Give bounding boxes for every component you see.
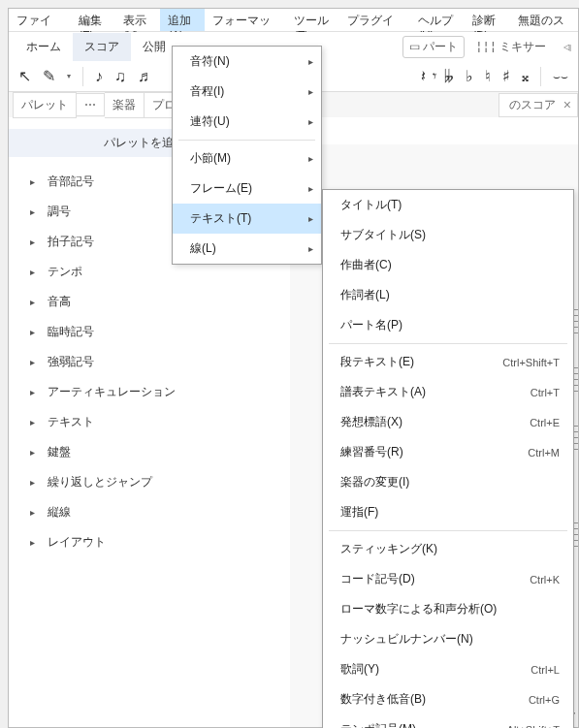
double-flat-icon[interactable]: 𝄫: [444, 68, 454, 85]
menu-item-label: 作詞者(L): [340, 287, 560, 303]
double-sharp-icon[interactable]: 𝄪: [522, 68, 529, 85]
menu-item[interactable]: テキスト(T)▸: [173, 204, 321, 234]
palette-item[interactable]: ▸音高: [18, 287, 280, 317]
menu-item[interactable]: 数字付き低音(B)Ctrl+G: [323, 684, 573, 714]
palette-item-label: 音部記号: [48, 174, 94, 190]
chevron-right-icon: ▸: [30, 477, 40, 488]
menu-edit[interactable]: 編集(E): [71, 9, 115, 31]
close-icon[interactable]: ×: [563, 97, 571, 112]
palette-item[interactable]: ▸アーティキュレーション: [18, 377, 280, 407]
chevron-right-icon: ▸: [30, 537, 40, 548]
menu-separator: [329, 530, 567, 531]
menu-item[interactable]: タイトル(T): [323, 190, 573, 220]
add-dropdown-menu: 音符(N)▸音程(I)▸連符(U)▸小節(M)▸フレーム(E)▸テキスト(T)▸…: [172, 46, 322, 265]
menu-shortcut: Alt+Shift+T: [507, 724, 560, 729]
menu-item[interactable]: 段テキスト(E)Ctrl+Shift+T: [323, 347, 573, 377]
palette-item[interactable]: ▸レイアウト: [18, 527, 280, 557]
menu-item[interactable]: 譜表テキスト(A)Ctrl+T: [323, 377, 573, 407]
menu-item[interactable]: 歌詞(Y)Ctrl+L: [323, 654, 573, 684]
tab-home[interactable]: ホーム: [15, 33, 73, 61]
palette-item[interactable]: ▸強弱記号: [18, 347, 280, 377]
palette-item-label: 拍子記号: [48, 234, 94, 250]
menu-item[interactable]: スティッキング(K): [323, 534, 573, 564]
menu-item[interactable]: 運指(F): [323, 497, 573, 527]
menu-item[interactable]: 楽器の変更(I): [323, 467, 573, 497]
palette-item-label: 繰り返しとジャンプ: [48, 474, 152, 491]
menu-item[interactable]: 連符(U)▸: [173, 107, 321, 137]
menu-item-label: 運指(F): [340, 504, 560, 521]
note-duration-2-icon[interactable]: ♫: [114, 68, 126, 85]
menu-file[interactable]: ファイル(F): [9, 9, 71, 31]
menu-item-label: 段テキスト(E): [340, 354, 502, 370]
menu-plugin[interactable]: プラグイン(P): [339, 9, 410, 31]
chevron-right-icon: ▸: [30, 297, 40, 307]
tab-publish[interactable]: 公開: [131, 33, 177, 61]
menu-item[interactable]: 音符(N)▸: [173, 47, 321, 77]
note-duration-3-icon[interactable]: ♬: [138, 68, 149, 85]
menu-add[interactable]: 追加(A): [160, 9, 205, 31]
dropdown-caret-icon[interactable]: ▾: [67, 72, 71, 80]
palette-item[interactable]: ▸テキスト: [18, 407, 280, 437]
menu-item[interactable]: 発想標語(X)Ctrl+E: [323, 407, 573, 437]
menu-view[interactable]: 表示(V): [115, 9, 160, 31]
flat-icon[interactable]: ♭: [466, 67, 473, 85]
mixer-button[interactable]: ¦¦¦ ミキサー: [468, 36, 553, 58]
menu-item[interactable]: テンポ記号(M)Alt+Shift+T: [323, 714, 573, 728]
menu-item-label: 音程(I): [190, 83, 307, 100]
palette-item[interactable]: ▸縦線: [18, 497, 280, 527]
menu-item[interactable]: ナッシュビルナンバー(N): [323, 624, 573, 654]
menu-help[interactable]: ヘルプ(H): [410, 9, 465, 31]
menu-item-label: 練習番号(R): [340, 444, 528, 460]
menu-item-label: パート名(P): [340, 317, 560, 333]
menu-item-label: 歌詞(Y): [340, 661, 531, 678]
menu-item[interactable]: パート名(P): [323, 310, 573, 340]
menu-shortcut: Ctrl+K: [530, 574, 560, 586]
menu-item[interactable]: サブタイトル(S): [323, 220, 573, 250]
menu-item[interactable]: 作曲者(C): [323, 250, 573, 280]
sub-tab-more[interactable]: ⋯: [77, 93, 105, 116]
title-untitled: 無題のスコア: [510, 9, 578, 31]
document-tab-label: のスコア: [509, 97, 556, 113]
menu-separator: [178, 140, 315, 141]
sharp-icon[interactable]: ♯: [502, 67, 510, 85]
submenu-arrow-icon: ▸: [308, 86, 313, 97]
chevron-right-icon: ▸: [30, 237, 40, 247]
palette-item-label: テンポ: [48, 264, 82, 280]
tab-score[interactable]: スコア: [73, 33, 131, 61]
chevron-right-icon: ▸: [30, 507, 40, 518]
menu-item[interactable]: フレーム(E)▸: [173, 174, 321, 204]
menu-format[interactable]: フォーマット(O): [205, 9, 285, 31]
menu-diagnostics[interactable]: 診断(D): [465, 9, 510, 31]
chevron-right-icon: ▸: [30, 327, 40, 337]
chevron-right-icon: ▸: [30, 206, 40, 217]
palette-item[interactable]: ▸繰り返しとジャンプ: [18, 467, 280, 497]
pencil-icon[interactable]: ✎: [43, 67, 55, 85]
menu-item[interactable]: 小節(M)▸: [173, 143, 321, 174]
chevron-right-icon: ▸: [30, 267, 40, 277]
sub-tab-instruments[interactable]: 楽器: [105, 92, 145, 118]
menu-item[interactable]: 線(L)▸: [173, 234, 321, 264]
sub-tab-palette[interactable]: パレット: [13, 92, 77, 118]
palette-item[interactable]: ▸臨時記号: [18, 317, 280, 347]
menu-item[interactable]: 練習番号(R)Ctrl+M: [323, 437, 573, 467]
part-button[interactable]: ▭ パート: [402, 36, 465, 58]
part-icon: ▭: [409, 40, 420, 53]
document-tab[interactable]: のスコア ×: [499, 93, 578, 117]
menu-item[interactable]: 作詞者(L): [323, 280, 573, 310]
menu-item[interactable]: コード記号(D)Ctrl+K: [323, 564, 573, 594]
menu-tool[interactable]: ツール(T): [286, 9, 339, 31]
menu-item-label: 連符(U): [190, 113, 307, 130]
menu-shortcut: Ctrl+G: [529, 694, 560, 706]
right-chevrons[interactable]: ◁|: [557, 40, 578, 54]
menu-item[interactable]: ローマ数字による和声分析(O): [323, 594, 573, 624]
menu-item[interactable]: 音程(I)▸: [173, 77, 321, 107]
palette-item-label: 縦線: [48, 504, 71, 521]
natural-icon[interactable]: ♮: [485, 67, 491, 85]
palette-item-label: 鍵盤: [48, 444, 71, 460]
menu-item-label: 小節(M): [190, 150, 307, 167]
note-duration-1-icon[interactable]: ♪: [95, 68, 103, 85]
mouse-arrow-icon[interactable]: ↖: [18, 67, 31, 85]
palette-item-label: テキスト: [48, 414, 94, 430]
palette-item[interactable]: ▸鍵盤: [18, 437, 280, 467]
tie-icon[interactable]: ⌣⌣: [553, 70, 568, 83]
